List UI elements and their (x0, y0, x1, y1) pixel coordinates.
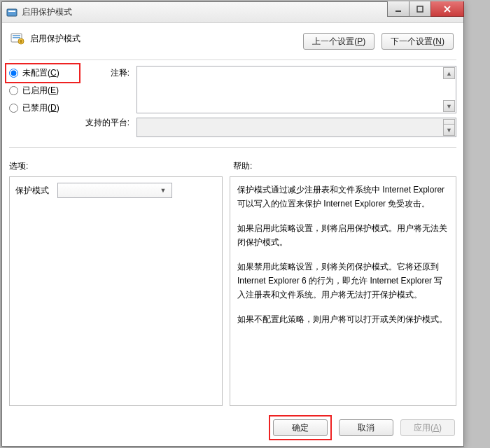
maximize-button[interactable] (409, 1, 431, 17)
dialog-footer: 确定 取消 应用(A) (269, 415, 455, 440)
window-title: 启用保护模式 (22, 6, 72, 18)
config-area: 未配置(C) 已启用(E) 已禁用(D) 注释: 支持的平台: ▲ (9, 66, 456, 137)
field-inputs: ▲ ▼ ▲ ▼ (136, 66, 456, 137)
comment-label: 注释: (83, 67, 130, 79)
radio-not-configured[interactable]: 未配置(C) (9, 67, 76, 79)
svg-rect-5 (13, 35, 20, 36)
divider (9, 59, 456, 60)
comment-textarea[interactable]: ▲ ▼ (136, 66, 456, 113)
highlight-box-ok: 确定 (269, 415, 332, 440)
radio-enabled-input[interactable] (9, 86, 18, 95)
svg-rect-6 (13, 37, 20, 38)
scroll-down-icon[interactable]: ▼ (443, 100, 455, 112)
app-icon (6, 7, 18, 18)
platforms-textarea: ▲ ▼ (136, 118, 456, 137)
scroll-up-icon[interactable]: ▲ (443, 67, 455, 79)
dialog-content: 启用保护模式 上一个设置(P) 下一个设置(N) 未配置(C) 已启用(E) (2, 23, 463, 446)
svg-rect-2 (396, 10, 401, 12)
option-item-label: 保护模式 (15, 185, 49, 197)
options-label: 选项: (9, 160, 233, 172)
svg-rect-0 (7, 9, 17, 16)
state-radio-group: 未配置(C) 已启用(E) 已禁用(D) (9, 66, 76, 137)
prev-setting-button[interactable]: 上一个设置(P) (303, 33, 374, 50)
nav-buttons: 上一个设置(P) 下一个设置(N) (303, 33, 454, 50)
help-text: 如果禁用此策略设置，则将关闭保护模式。它将还原到 Internet Explor… (237, 260, 449, 302)
options-panel: 保护模式 ▼ (9, 176, 223, 406)
window-controls (388, 1, 464, 17)
policy-icon (9, 30, 26, 47)
help-panel: 保护模式通过减少注册表和文件系统中 Internet Explorer 可以写入… (230, 176, 456, 406)
platforms-label: 支持的平台: (83, 117, 130, 129)
titlebar[interactable]: 启用保护模式 (2, 2, 463, 23)
divider (9, 147, 456, 148)
page-title: 启用保护模式 (30, 33, 80, 45)
scroll-down-icon[interactable]: ▼ (443, 124, 455, 136)
help-text: 如果不配置此策略，则用户将可以打开或关闭保护模式。 (237, 312, 449, 326)
next-setting-button[interactable]: 下一个设置(N) (382, 33, 454, 50)
help-text: 保护模式通过减少注册表和文件系统中 Internet Explorer 可以写入… (237, 183, 449, 211)
svg-rect-8 (20, 40, 22, 43)
radio-not-configured-input[interactable] (9, 69, 18, 78)
protect-mode-select[interactable]: ▼ (57, 183, 172, 198)
minimize-button[interactable] (387, 1, 410, 17)
highlight-box-radio: 未配置(C) (5, 63, 80, 83)
field-labels: 注释: 支持的平台: (83, 66, 130, 137)
chevron-down-icon: ▼ (158, 185, 169, 196)
help-label: 帮助: (233, 160, 252, 172)
close-button[interactable] (430, 1, 464, 17)
apply-button: 应用(A) (400, 419, 455, 436)
mid-labels: 选项: 帮助: (9, 160, 456, 172)
svg-rect-3 (417, 6, 423, 12)
radio-disabled[interactable]: 已禁用(D) (9, 102, 76, 114)
help-text: 如果启用此策略设置，则将启用保护模式。用户将无法关闭保护模式。 (237, 221, 449, 250)
radio-enabled[interactable]: 已启用(E) (9, 85, 76, 97)
radio-disabled-input[interactable] (9, 104, 18, 113)
lower-panels: 保护模式 ▼ 保护模式通过减少注册表和文件系统中 Internet Explor… (9, 176, 456, 406)
dialog-window: 启用保护模式 (1, 1, 464, 447)
cancel-button[interactable]: 取消 (339, 419, 393, 436)
ok-button[interactable]: 确定 (273, 419, 328, 436)
svg-rect-1 (8, 10, 15, 12)
section-header: 启用保护模式 (9, 30, 80, 47)
